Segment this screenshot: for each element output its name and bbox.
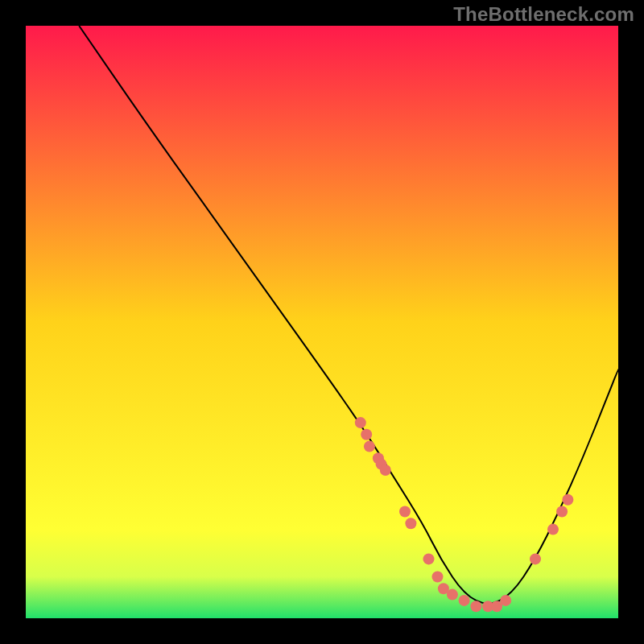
highlight-dot [459,595,470,606]
highlight-dot [423,553,435,564]
highlight-dot [399,506,411,518]
watermark-text: TheBottleneck.com [453,3,634,26]
highlight-dot [355,417,366,428]
chart-frame: TheBottleneck.com [0,0,644,644]
highlight-dot [432,572,444,583]
highlight-dot [556,506,568,518]
highlight-dot [500,595,511,606]
plot-area [26,26,618,618]
highlight-dot [447,589,458,601]
highlight-dot [364,441,375,452]
chart-background [26,26,618,618]
highlight-dot [562,494,573,506]
highlight-dot [380,464,391,476]
highlight-dot [405,518,416,529]
chart-svg [26,26,618,618]
highlight-dot [530,553,541,564]
highlight-dot [547,524,559,535]
highlight-dot [361,429,372,440]
highlight-dot [470,601,481,612]
